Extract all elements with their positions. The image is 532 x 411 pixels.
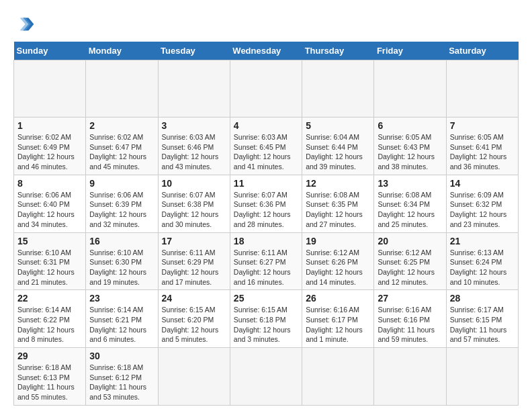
- day-info: Sunrise: 6:05 AM Sunset: 6:41 PM Dayligh…: [450, 132, 515, 172]
- day-number: 23: [89, 293, 154, 304]
- calendar-cell: 25Sunrise: 6:15 AM Sunset: 6:18 PM Dayli…: [230, 290, 302, 348]
- logo-icon: [13, 13, 35, 35]
- day-number: 8: [17, 178, 82, 189]
- day-info: Sunrise: 6:17 AM Sunset: 6:15 PM Dayligh…: [450, 305, 515, 345]
- day-number: 28: [450, 293, 515, 304]
- calendar-cell: 1Sunrise: 6:02 AM Sunset: 6:49 PM Daylig…: [14, 118, 86, 175]
- calendar-cell: 21Sunrise: 6:13 AM Sunset: 6:24 PM Dayli…: [446, 232, 518, 290]
- calendar-cell: 11Sunrise: 6:07 AM Sunset: 6:36 PM Dayli…: [230, 175, 302, 232]
- day-info: Sunrise: 6:07 AM Sunset: 6:36 PM Dayligh…: [234, 190, 298, 230]
- day-number: 3: [162, 120, 226, 131]
- calendar-cell: 24Sunrise: 6:15 AM Sunset: 6:20 PM Dayli…: [158, 290, 230, 348]
- calendar-cell: 16Sunrise: 6:10 AM Sunset: 6:30 PM Dayli…: [86, 232, 158, 290]
- calendar-cell: 5Sunrise: 6:04 AM Sunset: 6:44 PM Daylig…: [302, 118, 374, 175]
- day-header-saturday: Saturday: [446, 42, 518, 60]
- day-info: Sunrise: 6:09 AM Sunset: 6:32 PM Dayligh…: [450, 190, 515, 230]
- calendar-cell: 30Sunrise: 6:18 AM Sunset: 6:12 PM Dayli…: [86, 348, 158, 406]
- calendar-cell: 22Sunrise: 6:14 AM Sunset: 6:22 PM Dayli…: [14, 290, 86, 348]
- day-info: Sunrise: 6:06 AM Sunset: 6:40 PM Dayligh…: [17, 190, 82, 230]
- day-number: 30: [89, 351, 154, 361]
- calendar-cell: 13Sunrise: 6:08 AM Sunset: 6:34 PM Dayli…: [374, 175, 446, 232]
- calendar-cell: 26Sunrise: 6:16 AM Sunset: 6:17 PM Dayli…: [302, 290, 374, 348]
- day-info: Sunrise: 6:18 AM Sunset: 6:13 PM Dayligh…: [17, 363, 82, 402]
- calendar-cell: 8Sunrise: 6:06 AM Sunset: 6:40 PM Daylig…: [14, 175, 86, 232]
- calendar-cell: [374, 348, 446, 406]
- calendar-cell: 6Sunrise: 6:05 AM Sunset: 6:43 PM Daylig…: [374, 118, 446, 175]
- day-number: 27: [378, 293, 442, 304]
- calendar-week-5: 22Sunrise: 6:14 AM Sunset: 6:22 PM Dayli…: [14, 290, 519, 348]
- calendar-cell: [158, 60, 230, 118]
- day-number: 10: [162, 178, 226, 189]
- calendar-cell: [446, 60, 518, 118]
- calendar-cell: 3Sunrise: 6:03 AM Sunset: 6:46 PM Daylig…: [158, 118, 230, 175]
- day-number: 14: [450, 178, 515, 189]
- day-number: 9: [89, 178, 154, 189]
- calendar-week-1: [14, 60, 519, 118]
- logo: [13, 13, 38, 35]
- day-info: Sunrise: 6:12 AM Sunset: 6:25 PM Dayligh…: [378, 248, 442, 287]
- day-header-tuesday: Tuesday: [158, 42, 230, 60]
- day-number: 11: [234, 178, 298, 189]
- calendar-cell: [14, 60, 86, 118]
- day-number: 13: [378, 178, 442, 189]
- day-number: 17: [162, 236, 226, 246]
- day-info: Sunrise: 6:10 AM Sunset: 6:30 PM Dayligh…: [89, 248, 154, 287]
- day-info: Sunrise: 6:06 AM Sunset: 6:39 PM Dayligh…: [89, 190, 154, 230]
- day-number: 4: [234, 120, 298, 131]
- day-number: 29: [17, 351, 82, 361]
- calendar-cell: [302, 60, 374, 118]
- day-header-wednesday: Wednesday: [230, 42, 302, 60]
- calendar-cell: 15Sunrise: 6:10 AM Sunset: 6:31 PM Dayli…: [14, 232, 86, 290]
- day-info: Sunrise: 6:07 AM Sunset: 6:38 PM Dayligh…: [162, 190, 226, 230]
- calendar-cell: [230, 60, 302, 118]
- day-info: Sunrise: 6:15 AM Sunset: 6:20 PM Dayligh…: [162, 305, 226, 345]
- calendar-cell: [86, 60, 158, 118]
- calendar-cell: 19Sunrise: 6:12 AM Sunset: 6:26 PM Dayli…: [302, 232, 374, 290]
- day-info: Sunrise: 6:18 AM Sunset: 6:12 PM Dayligh…: [89, 363, 154, 402]
- day-number: 26: [306, 293, 370, 304]
- day-number: 21: [450, 236, 515, 246]
- day-info: Sunrise: 6:16 AM Sunset: 6:17 PM Dayligh…: [306, 305, 370, 345]
- calendar-cell: 12Sunrise: 6:08 AM Sunset: 6:35 PM Dayli…: [302, 175, 374, 232]
- day-number: 15: [17, 236, 82, 246]
- calendar-week-2: 1Sunrise: 6:02 AM Sunset: 6:49 PM Daylig…: [14, 118, 519, 175]
- calendar-table: SundayMondayTuesdayWednesdayThursdayFrid…: [13, 42, 519, 406]
- calendar-header-row: SundayMondayTuesdayWednesdayThursdayFrid…: [14, 42, 519, 60]
- calendar-cell: 29Sunrise: 6:18 AM Sunset: 6:13 PM Dayli…: [14, 348, 86, 406]
- calendar-week-4: 15Sunrise: 6:10 AM Sunset: 6:31 PM Dayli…: [14, 232, 519, 290]
- day-info: Sunrise: 6:16 AM Sunset: 6:16 PM Dayligh…: [378, 305, 442, 345]
- day-info: Sunrise: 6:14 AM Sunset: 6:21 PM Dayligh…: [89, 305, 154, 345]
- day-header-friday: Friday: [374, 42, 446, 60]
- day-number: 24: [162, 293, 226, 304]
- day-number: 6: [378, 120, 442, 131]
- day-number: 20: [378, 236, 442, 246]
- calendar-cell: [158, 348, 230, 406]
- day-number: 25: [234, 293, 298, 304]
- calendar-cell: [446, 348, 518, 406]
- calendar-cell: 4Sunrise: 6:03 AM Sunset: 6:45 PM Daylig…: [230, 118, 302, 175]
- calendar-cell: 7Sunrise: 6:05 AM Sunset: 6:41 PM Daylig…: [446, 118, 518, 175]
- day-info: Sunrise: 6:13 AM Sunset: 6:24 PM Dayligh…: [450, 248, 515, 287]
- calendar-cell: 27Sunrise: 6:16 AM Sunset: 6:16 PM Dayli…: [374, 290, 446, 348]
- calendar-cell: 14Sunrise: 6:09 AM Sunset: 6:32 PM Dayli…: [446, 175, 518, 232]
- day-info: Sunrise: 6:08 AM Sunset: 6:34 PM Dayligh…: [378, 190, 442, 230]
- day-info: Sunrise: 6:14 AM Sunset: 6:22 PM Dayligh…: [17, 305, 82, 345]
- day-info: Sunrise: 6:02 AM Sunset: 6:49 PM Dayligh…: [17, 132, 82, 172]
- calendar-cell: 10Sunrise: 6:07 AM Sunset: 6:38 PM Dayli…: [158, 175, 230, 232]
- calendar-week-3: 8Sunrise: 6:06 AM Sunset: 6:40 PM Daylig…: [14, 175, 519, 232]
- day-info: Sunrise: 6:10 AM Sunset: 6:31 PM Dayligh…: [17, 248, 82, 287]
- day-number: 7: [450, 120, 515, 131]
- day-info: Sunrise: 6:15 AM Sunset: 6:18 PM Dayligh…: [234, 305, 298, 345]
- day-number: 12: [306, 178, 370, 189]
- day-header-monday: Monday: [86, 42, 158, 60]
- day-info: Sunrise: 6:03 AM Sunset: 6:45 PM Dayligh…: [234, 132, 298, 172]
- day-number: 2: [89, 120, 154, 131]
- calendar-cell: 18Sunrise: 6:11 AM Sunset: 6:27 PM Dayli…: [230, 232, 302, 290]
- calendar-cell: 9Sunrise: 6:06 AM Sunset: 6:39 PM Daylig…: [86, 175, 158, 232]
- day-header-thursday: Thursday: [302, 42, 374, 60]
- calendar-cell: 20Sunrise: 6:12 AM Sunset: 6:25 PM Dayli…: [374, 232, 446, 290]
- day-number: 22: [17, 293, 82, 304]
- calendar-cell: [230, 348, 302, 406]
- day-number: 19: [306, 236, 370, 246]
- day-info: Sunrise: 6:03 AM Sunset: 6:46 PM Dayligh…: [162, 132, 226, 172]
